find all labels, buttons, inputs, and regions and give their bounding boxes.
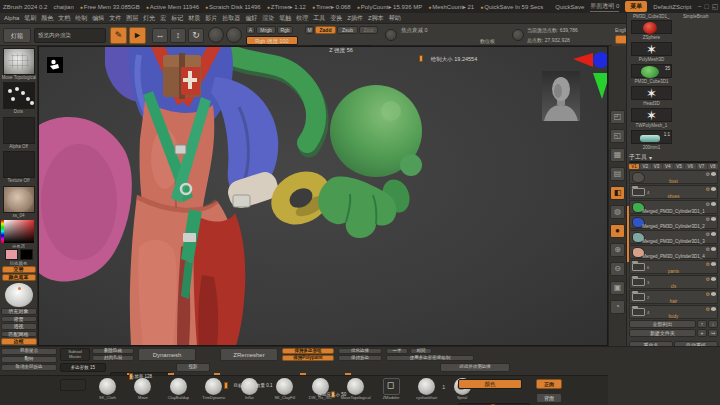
eye-icon[interactable]	[711, 217, 716, 221]
brush-item[interactable]: SK_ClayFill	[269, 376, 300, 405]
zadd-button[interactable]: Zadd	[315, 26, 336, 34]
subtool-visible-count-slider[interactable]: 子工具可见数量 10	[629, 161, 718, 163]
tray-slot[interactable]: Texture Off	[2, 151, 36, 183]
move-up-button[interactable]: ↑	[697, 320, 707, 328]
shelf-button[interactable]: ⊖	[610, 262, 625, 276]
zsub-button[interactable]: Zsub	[337, 26, 358, 34]
tray-slot[interactable]: xs_04	[2, 186, 36, 218]
keep-creases-button[interactable]: 保持折边	[338, 355, 382, 361]
restore-icon[interactable]: ◱	[712, 3, 719, 11]
subtool-item[interactable]: Merged_PM3D_Cylinder3D1_3⚙	[629, 230, 718, 244]
tray-thumbnail[interactable]	[3, 48, 35, 75]
menu-item[interactable]: Z插件	[347, 14, 363, 23]
subtool-item[interactable]: bust⚙	[629, 170, 718, 184]
gear-icon[interactable]: ⚙	[706, 291, 710, 297]
menu-item[interactable]: 材质	[188, 14, 200, 23]
gear-icon[interactable]: ⚙	[706, 231, 710, 237]
material-circle-icon[interactable]	[226, 27, 242, 43]
same-button[interactable]: 相同	[410, 348, 432, 354]
subtool-tab[interactable]: V2	[640, 164, 650, 169]
menu-item[interactable]: 文档	[58, 14, 70, 23]
brush-item[interactable]: MoveTopological	[340, 376, 371, 405]
brush-item[interactable]: Move	[127, 376, 158, 405]
menu-item[interactable]: 工具	[313, 14, 325, 23]
move-icon[interactable]: ↔	[152, 28, 168, 43]
eye-icon[interactable]	[711, 262, 716, 266]
brush-thumbnail[interactable]	[99, 378, 116, 395]
subtool-tab[interactable]: V3	[652, 164, 662, 169]
front-button[interactable]: 正面	[536, 379, 562, 389]
move-down-button[interactable]: ↓	[708, 320, 718, 328]
menu-item[interactable]: 宏	[160, 14, 166, 23]
subtool-master-plugin[interactable]: Subtool Master	[60, 348, 90, 361]
shelf-button[interactable]: ▤	[610, 167, 625, 181]
shelf-button[interactable]: ◰	[610, 110, 625, 124]
subtool-item[interactable]: 4shoes⚙	[629, 185, 718, 199]
rgb-intensity-slider[interactable]: Rgb 强度 100	[246, 36, 298, 45]
geometry-button[interactable]: 取消全部折边	[1, 364, 57, 371]
folder-move-icon[interactable]: ↪	[708, 329, 718, 337]
menu-button[interactable]: 菜单	[625, 1, 647, 12]
draw-size-slider[interactable]: 绘制大小 19.24554	[401, 54, 507, 63]
keep-groups-button[interactable]: 保持多边形组	[282, 348, 334, 354]
tool-thumbnail[interactable]	[631, 86, 672, 100]
ui-transparency[interactable]: 界面透明 0	[590, 2, 619, 12]
zscript-label[interactable]: DefaultZScript	[653, 4, 691, 10]
gear-icon[interactable]: ⚙	[706, 186, 710, 192]
subtool-tab[interactable]: V7	[697, 164, 707, 169]
tool-thumbnail[interactable]: 1:1	[631, 130, 672, 144]
tray-thumbnail[interactable]	[3, 186, 35, 213]
new-folder-button[interactable]: 新建文件夹	[629, 329, 696, 337]
folder-add-icon[interactable]: +	[697, 329, 707, 337]
keep-polypaint-button[interactable]: 保持Polypaint	[282, 355, 334, 361]
shelf-button[interactable]: ◱	[610, 129, 625, 143]
light-preview-sphere[interactable]	[5, 283, 33, 307]
menu-item[interactable]: 影片	[205, 14, 217, 23]
shelf-button[interactable]: ▣	[610, 281, 625, 295]
mrgb-circle-icon[interactable]	[208, 27, 224, 43]
back-button[interactable]: 背面	[536, 393, 562, 403]
eye-icon[interactable]	[711, 232, 716, 236]
tray-row-button[interactable]: 透视	[1, 323, 37, 330]
menu-item[interactable]: 纹理	[296, 14, 308, 23]
tray-thumbnail[interactable]	[3, 151, 35, 178]
subtool-tab[interactable]: V5	[674, 164, 684, 169]
gear-icon[interactable]: ⚙	[706, 276, 710, 282]
mode-mrgb-button[interactable]: Mrgb	[256, 26, 276, 34]
subtool-tab[interactable]: V4	[663, 164, 673, 169]
close-holes-button[interactable]: 封闭孔洞	[92, 355, 134, 361]
brush-item[interactable]: ClayBuildup	[163, 376, 194, 405]
document-corner-icon[interactable]	[47, 57, 63, 73]
tray-slot[interactable]: Alpha Off	[2, 117, 36, 149]
subtool-item[interactable]: 4body⚙	[629, 305, 718, 319]
alternate-button[interactable]: 交替	[2, 266, 36, 273]
menu-item[interactable]: 偏好	[245, 14, 257, 23]
frame-button[interactable]: 边框	[1, 338, 37, 345]
focal-shift-label[interactable]: 焦点衰减 0	[401, 26, 428, 34]
eye-icon[interactable]	[711, 292, 716, 296]
quicksave-button[interactable]: QuickSave	[555, 4, 584, 10]
focal-shift-icon[interactable]	[385, 29, 397, 41]
tool-item[interactable]: ZSphere	[629, 19, 674, 41]
eye-icon[interactable]	[711, 307, 716, 311]
tool-thumbnail[interactable]: 35	[631, 64, 672, 78]
subtool-tab[interactable]: V8	[708, 164, 718, 169]
brush-thumbnail[interactable]	[170, 378, 187, 395]
subtool-item[interactable]: 3cls⚙	[629, 275, 718, 289]
polycount-slider[interactable]: 多边形数 15	[60, 363, 106, 372]
shelf-button[interactable]: ◧	[610, 186, 625, 200]
brush-item[interactable]: SK_Cloth	[92, 376, 123, 405]
subtool-item[interactable]: Merged_PM3D_Cylinder3D1_4⚙	[629, 245, 718, 259]
mode-rgb-button[interactable]: Rgb	[277, 26, 293, 34]
menu-item[interactable]: 文件	[109, 14, 121, 23]
tool-thumbnail[interactable]	[631, 108, 672, 122]
viewport-canvas[interactable]	[38, 46, 608, 346]
preview-box[interactable]: 预览内外渲染	[34, 28, 106, 43]
menu-item[interactable]: 绘制	[75, 14, 87, 23]
z-intensity-slider[interactable]: Z 强度 56	[310, 45, 372, 54]
list-all-button[interactable]: 全部列出	[629, 320, 696, 328]
detect-edges-button[interactable]: 优化边缘	[338, 348, 382, 354]
gear-icon[interactable]: ⚙	[706, 261, 710, 267]
lightbox-button[interactable]: 灯箱	[3, 28, 31, 43]
subtool-tab[interactable]: V1	[629, 164, 639, 169]
